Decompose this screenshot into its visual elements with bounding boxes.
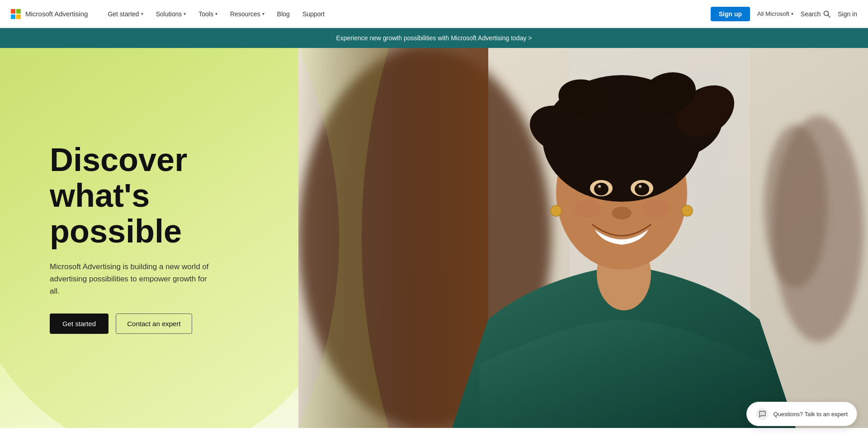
contact-expert-button[interactable]: Contact an expert (116, 314, 192, 334)
hero-photo (298, 48, 868, 428)
chevron-down-icon: ▾ (791, 11, 793, 16)
nav-item-support[interactable]: Support (297, 7, 330, 21)
svg-point-24 (612, 207, 632, 219)
nav-item-get-started[interactable]: Get started ▾ (102, 7, 148, 21)
chevron-down-icon: ▾ (141, 11, 143, 16)
brand-logo[interactable]: Microsoft Advertising (11, 9, 88, 19)
svg-point-18 (594, 183, 609, 195)
nav-item-solutions[interactable]: Solutions ▾ (151, 7, 192, 21)
hero-subtitle: Microsoft Advertising is building a new … (50, 261, 217, 298)
nav-item-resources[interactable]: Resources ▾ (225, 7, 270, 21)
svg-point-25 (574, 200, 601, 218)
svg-point-22 (598, 185, 601, 188)
chevron-down-icon: ▾ (215, 11, 217, 16)
microsoft-logo-icon (11, 9, 21, 19)
hero-buttons: Get started Contact an expert (50, 314, 262, 334)
svg-point-23 (639, 185, 642, 188)
nav-item-tools[interactable]: Tools ▾ (193, 7, 223, 21)
search-icon (823, 10, 830, 18)
navbar-right: Sign up All Microsoft ▾ Search Sign in (711, 7, 857, 21)
navbar: Microsoft Advertising Get started ▾ Solu… (0, 0, 868, 28)
chat-icon (756, 408, 769, 420)
svg-line-1 (828, 15, 830, 17)
chevron-down-icon: ▾ (262, 11, 264, 16)
get-started-button[interactable]: Get started (50, 314, 108, 334)
svg-point-30 (764, 125, 827, 288)
svg-point-28 (682, 205, 693, 216)
search-button[interactable]: Search (801, 10, 830, 18)
chat-widget[interactable]: Questions? Talk to an expert (746, 402, 857, 426)
svg-point-26 (642, 200, 669, 218)
hero-section: Discover what's possible Microsoft Adver… (0, 48, 868, 428)
hero-content: Discover what's possible Microsoft Adver… (0, 48, 262, 428)
hero-image (298, 48, 868, 428)
brand-name: Microsoft Advertising (25, 10, 88, 18)
nav-item-blog[interactable]: Blog (272, 7, 295, 21)
chevron-down-icon: ▾ (184, 11, 186, 16)
promo-banner[interactable]: Experience new growth possibilities with… (0, 28, 868, 48)
signup-button[interactable]: Sign up (711, 7, 750, 21)
hero-headline: Discover what's possible (50, 142, 262, 250)
svg-point-19 (635, 183, 649, 195)
svg-point-27 (551, 205, 561, 216)
signin-button[interactable]: Sign in (838, 10, 857, 18)
main-nav: Get started ▾ Solutions ▾ Tools ▾ Resour… (102, 7, 710, 21)
chat-widget-label: Questions? Talk to an expert (773, 411, 848, 418)
all-microsoft-menu[interactable]: All Microsoft ▾ (757, 10, 793, 17)
